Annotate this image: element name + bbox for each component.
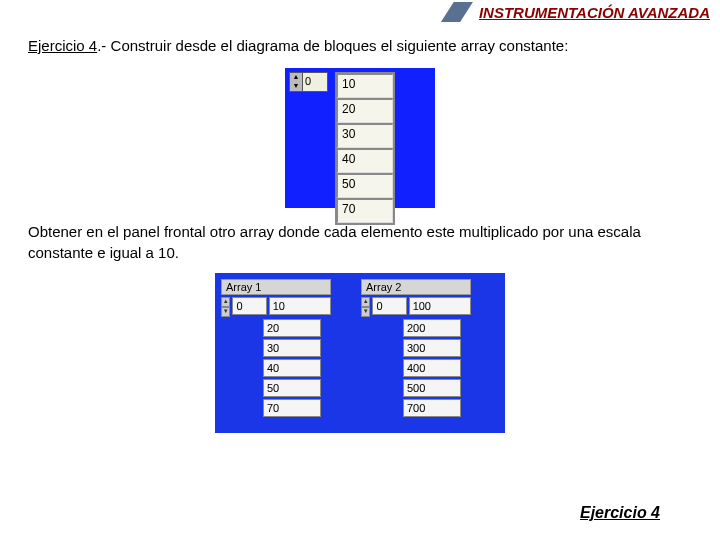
header: INSTRUMENTACIÓN AVANZADA	[0, 0, 720, 22]
array-cell[interactable]: 300	[403, 339, 461, 357]
arrow-up-icon[interactable]: ▲	[361, 297, 370, 307]
array-cell[interactable]: 500	[403, 379, 461, 397]
index-spinner[interactable]: ▲ ▼	[361, 297, 370, 317]
arrow-down-icon[interactable]: ▼	[221, 307, 230, 317]
array-group-1: Array 1 ▲ ▼ 0 10 20 30 40 50 70	[221, 279, 331, 427]
exercise-sep: .-	[97, 37, 110, 54]
array-cells: 200 300 400 500 700	[403, 319, 461, 417]
array-cell[interactable]: 40	[263, 359, 321, 377]
index-spinner[interactable]: ▲ ▼	[290, 73, 302, 91]
content: Ejercicio 4.- Construir desde el diagram…	[0, 22, 720, 441]
front-panel: Array 1 ▲ ▼ 0 10 20 30 40 50 70 Array 2	[215, 273, 505, 433]
array-title: Array 2	[361, 279, 471, 295]
array-cell[interactable]: 30	[337, 124, 393, 148]
array-cells: 20 30 40 50 70	[263, 319, 321, 417]
array-cell[interactable]: 30	[263, 339, 321, 357]
array-cell[interactable]: 200	[403, 319, 461, 337]
index-value[interactable]: 0	[302, 73, 327, 91]
header-title: INSTRUMENTACIÓN AVANZADA	[479, 4, 710, 21]
array-title: Array 1	[221, 279, 331, 295]
array-group-2: Array 2 ▲ ▼ 0 100 200 300 400 500 700	[361, 279, 471, 427]
array-cell[interactable]: 20	[337, 99, 393, 123]
index-value[interactable]: 0	[372, 297, 406, 315]
arrow-down-icon[interactable]: ▼	[361, 307, 370, 317]
index-spinner[interactable]: ▲ ▼	[221, 297, 230, 317]
array-cell[interactable]: 70	[337, 199, 393, 223]
arrow-up-icon[interactable]: ▲	[290, 73, 302, 82]
array-cell[interactable]: 10	[337, 74, 393, 98]
array-cell[interactable]: 50	[337, 174, 393, 198]
arrow-up-icon[interactable]: ▲	[221, 297, 230, 307]
array-cell[interactable]: 70	[263, 399, 321, 417]
array-cell[interactable]: 50	[263, 379, 321, 397]
array-cell[interactable]: 100	[409, 297, 471, 315]
arrow-down-icon[interactable]: ▼	[290, 82, 302, 91]
array-cell[interactable]: 20	[263, 319, 321, 337]
array-column: 10 20 30 40 50 70	[335, 72, 395, 225]
array-cell[interactable]: 40	[337, 149, 393, 173]
exercise-prompt: Ejercicio 4.- Construir desde el diagram…	[28, 36, 692, 56]
block-diagram-panel: ▲ ▼ 0 10 20 30 40 50 70	[285, 68, 435, 208]
array-header: ▲ ▼ 0 10	[221, 297, 331, 317]
array-cell[interactable]: 400	[403, 359, 461, 377]
array-index-control[interactable]: ▲ ▼ 0	[289, 72, 328, 92]
instruction-2: Obtener en el panel frontal otro array d…	[28, 222, 692, 263]
array-cell[interactable]: 10	[269, 297, 331, 315]
exercise-text: Construir desde el diagrama de bloques e…	[111, 37, 569, 54]
exercise-label: Ejercicio 4	[28, 37, 97, 54]
array-header: ▲ ▼ 0 100	[361, 297, 471, 317]
index-value[interactable]: 0	[232, 297, 266, 315]
exercise-link[interactable]: Ejercicio 4	[580, 504, 660, 522]
array-cell[interactable]: 700	[403, 399, 461, 417]
logo-icon	[441, 2, 473, 22]
